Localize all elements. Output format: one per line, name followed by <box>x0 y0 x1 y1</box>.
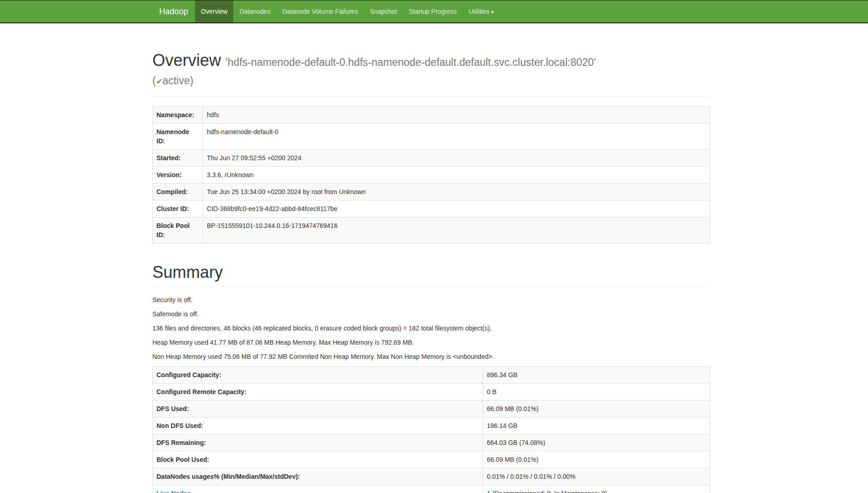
table-row: Namenode ID:hdfs-namenode-default-0 <box>153 124 710 150</box>
table-row: Configured Capacity:896.34 GB <box>153 366 710 383</box>
nav-link-label: Datanodes <box>239 8 270 15</box>
table-row: DFS Used:66.09 MB (0.01%) <box>153 400 710 417</box>
nav-link-utilities[interactable]: Utilities▾ <box>463 0 500 22</box>
row-label: Started: <box>153 150 203 167</box>
nav-link-snapshot[interactable]: Snapshot <box>364 0 403 22</box>
namenode-address: 'hdfs-namenode-default-0.hdfs-namenode-d… <box>226 56 596 68</box>
nav-link-label: Overview <box>201 8 227 15</box>
brand-hadoop[interactable]: Hadoop <box>152 0 195 22</box>
row-label: Cluster ID: <box>153 200 203 217</box>
table-row: Non DFS Used:186.14 GB <box>153 417 710 434</box>
live-nodes-link[interactable]: Live Nodes <box>156 490 191 493</box>
row-label: DFS Used: <box>153 400 483 417</box>
summary-header: Summary <box>152 263 710 286</box>
nav-item-overview: Overview <box>195 0 233 22</box>
row-label: DFS Remaining: <box>153 434 483 451</box>
table-row: Namespace:hdfs <box>153 107 710 124</box>
nav-link-label: Utilities <box>469 8 489 15</box>
cluster-stats-table: Configured Capacity:896.34 GBConfigured … <box>152 366 710 493</box>
summary-paragraph: Non Heap Memory used 75.06 MB of 77.92 M… <box>152 352 710 361</box>
table-row: Started:Thu Jun 27 09:52:55 +0200 2024 <box>153 150 710 167</box>
row-label: Block Pool Used: <box>153 451 483 468</box>
nav-item-startup-progress: Startup Progress <box>403 0 463 22</box>
row-value: 186.14 GB <box>483 417 710 434</box>
row-label: Configured Remote Capacity: <box>153 383 483 400</box>
summary-title: Summary <box>152 263 710 282</box>
row-label: Namespace: <box>153 107 203 124</box>
top-navbar: Hadoop OverviewDatanodesDatanode Volume … <box>0 0 868 23</box>
row-value: Tue Jun 25 13:34:00 +0200 2024 by root f… <box>203 184 710 200</box>
namenode-info-table: Namespace:hdfsNamenode ID:hdfs-namenode-… <box>152 106 710 244</box>
summary-paragraph: Heap Memory used 41.77 MB of 87.06 MB He… <box>152 338 710 347</box>
nav-item-snapshot: Snapshot <box>364 0 403 22</box>
status-label: active) <box>162 75 194 87</box>
table-row: DataNodes usages% (Min/Median/Max/stdDev… <box>153 468 710 485</box>
nav-link-overview[interactable]: Overview <box>195 0 233 22</box>
row-value: CID-368b9fc0-ee19-4d22-abbd-84fcec8117be <box>203 200 710 217</box>
nav-item-utilities: Utilities▾ <box>463 0 500 22</box>
nav-link-label: Datanode Volume Failures <box>282 8 358 15</box>
row-label: Live Nodes <box>153 485 483 493</box>
row-label: Block Pool ID: <box>153 217 203 244</box>
table-row: Block Pool ID:BP-1515559101-10.244.0.16-… <box>153 217 710 244</box>
table-row: Cluster ID:CID-368b9fc0-ee19-4d22-abbd-8… <box>153 200 710 217</box>
row-label: Non DFS Used: <box>153 417 483 434</box>
row-value: 664.03 GB (74.08%) <box>483 434 710 451</box>
nav-link-label: Startup Progress <box>409 8 457 15</box>
row-value: 66.09 MB (0.01%) <box>483 400 710 417</box>
table-row: Live Nodes1 (Decommissioned: 0, In Maint… <box>153 485 710 493</box>
nav-link-datanodes[interactable]: Datanodes <box>233 0 276 22</box>
table-row: Block Pool Used:66.09 MB (0.01%) <box>153 451 710 468</box>
page-title: Overview 'hdfs-namenode-default-0.hdfs-n… <box>152 51 710 87</box>
nav-link-startup-progress[interactable]: Startup Progress <box>403 0 463 22</box>
nav-link-datanode-volume-failures[interactable]: Datanode Volume Failures <box>276 0 364 22</box>
row-value: hdfs-namenode-default-0 <box>203 124 710 150</box>
row-value: hdfs <box>203 107 710 124</box>
nav-item-datanodes: Datanodes <box>233 0 276 22</box>
namenode-status: (✔active) <box>152 75 194 87</box>
nav-link-label: Snapshot <box>370 8 397 15</box>
navbar-inner: Hadoop OverviewDatanodesDatanode Volume … <box>152 0 868 22</box>
row-value: 0.01% / 0.01% / 0.01% / 0.00% <box>483 468 710 485</box>
table-row: Version:3.3.6, rUnknown <box>153 167 710 184</box>
summary-paragraphs: Security is off.Safemode is off.136 file… <box>152 295 710 361</box>
row-value: 66.09 MB (0.01%) <box>483 451 710 468</box>
row-value: 1 (Decommissioned: 0, In Maintenance: 0) <box>483 485 710 493</box>
row-label: Namenode ID: <box>153 124 203 150</box>
row-label: Configured Capacity: <box>153 366 483 383</box>
table-row: DFS Remaining:664.03 GB (74.08%) <box>153 434 710 451</box>
main-nav: OverviewDatanodesDatanode Volume Failure… <box>195 0 500 22</box>
row-value: Thu Jun 27 09:52:55 +0200 2024 <box>203 150 710 167</box>
row-label: Compiled: <box>153 184 203 200</box>
overview-header: Overview 'hdfs-namenode-default-0.hdfs-n… <box>152 51 710 97</box>
table-row: Compiled:Tue Jun 25 13:34:00 +0200 2024 … <box>153 184 710 200</box>
summary-paragraph: Safemode is off. <box>152 309 710 319</box>
caret-down-icon: ▾ <box>491 1 494 23</box>
table-row: Configured Remote Capacity:0 B <box>153 383 710 400</box>
active-check-icon: ✔ <box>156 77 162 86</box>
row-label: Version: <box>153 167 203 184</box>
row-value: 0 B <box>483 383 710 400</box>
page-title-text: Overview <box>152 51 221 70</box>
row-label: DataNodes usages% (Min/Median/Max/stdDev… <box>153 468 483 485</box>
main-content: Overview 'hdfs-namenode-default-0.hdfs-n… <box>152 51 710 493</box>
row-value: 3.3.6, rUnknown <box>203 167 710 184</box>
row-value: 896.34 GB <box>483 366 710 383</box>
nav-item-datanode-volume-failures: Datanode Volume Failures <box>276 0 364 22</box>
status-open-paren: ( <box>152 75 156 87</box>
summary-paragraph: 136 files and directories, 46 blocks (46… <box>152 324 710 333</box>
row-value: BP-1515559101-10.244.0.16-1719474769416 <box>203 217 710 244</box>
summary-paragraph: Security is off. <box>152 295 710 304</box>
